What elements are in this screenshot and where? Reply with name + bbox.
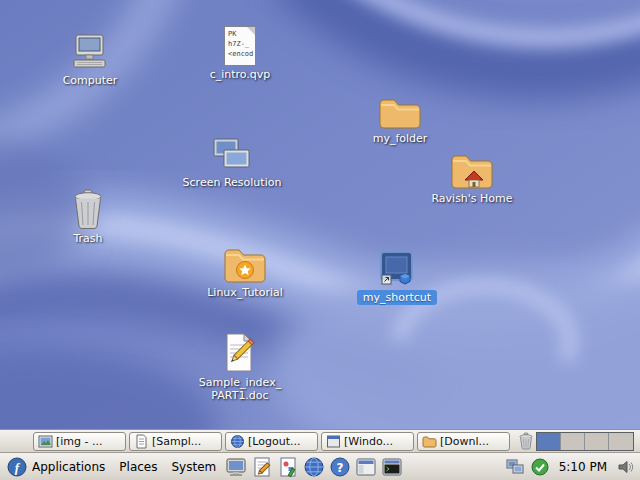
taskbar-window-sample[interactable]: [Sampl...: [129, 432, 222, 451]
icon-label-line2: PART1.doc: [199, 389, 281, 402]
icon-label: c_intro.qvp: [210, 68, 271, 81]
main-menu-panel: f Applications Places System: [0, 452, 640, 480]
writer-launcher[interactable]: [250, 454, 274, 480]
icon-label: Screen Resolution: [183, 176, 282, 189]
home-folder-icon: [450, 144, 494, 190]
fedora-logo-icon: f: [7, 457, 27, 477]
desktop-icon-c-intro[interactable]: PK h7Z-_ <encod c_intro.qvp: [195, 20, 285, 81]
desktop-icon-ravishs-home[interactable]: Ravish's Home: [427, 144, 517, 205]
web-browser-icon: [230, 434, 245, 449]
workspace-2[interactable]: [561, 433, 585, 450]
document-icon: [134, 434, 149, 449]
task-button-label: [Logout...: [248, 435, 300, 448]
desktop-icon-my-folder[interactable]: my_folder: [355, 84, 445, 145]
icon-label: my_folder: [373, 132, 428, 145]
file-preview-line: h7Z-_: [228, 40, 255, 49]
volume-icon[interactable]: [617, 458, 635, 476]
draw-icon: [277, 456, 299, 478]
desktop-icon-computer[interactable]: Computer: [45, 26, 135, 87]
workspace-1[interactable]: [537, 433, 561, 450]
screenshot-icon: [225, 456, 247, 478]
task-button-label: [Sampl...: [152, 435, 201, 448]
task-button-label: [Windo...: [344, 435, 393, 448]
desktop-icon-screen-resolution[interactable]: Screen Resolution: [180, 128, 284, 189]
desktop-icon-linux-tutorial[interactable]: Linux_Tutorial: [200, 238, 290, 299]
update-notifier-icon[interactable]: [531, 458, 549, 476]
applications-menu-label: Applications: [32, 460, 105, 474]
file-manager-launcher[interactable]: [354, 454, 378, 480]
text-file-icon: PK h7Z-_ <encod: [224, 20, 256, 66]
icon-label: Sample_index_ PART1.doc: [199, 376, 281, 402]
folder-small-icon: [422, 434, 437, 449]
icon-label: Trash: [73, 232, 102, 245]
workspace-switcher: [536, 432, 634, 451]
computer-icon: [70, 26, 110, 72]
desktop-icon-my-shortcut[interactable]: my_shortcut: [352, 242, 442, 305]
screenshot-launcher[interactable]: [224, 454, 248, 480]
places-menu[interactable]: Places: [112, 453, 164, 480]
web-browser-launcher[interactable]: [302, 454, 326, 480]
globe-icon: [303, 456, 325, 478]
trash-applet[interactable]: [518, 432, 534, 450]
places-menu-label: Places: [119, 460, 157, 474]
taskbar-window-logout[interactable]: [Logout...: [225, 432, 318, 451]
task-button-label: [img - ...: [56, 435, 103, 448]
display-settings-icon: [211, 128, 253, 174]
window-list-panel: [img - ... [Sampl... [Logout... [Windo..…: [0, 429, 640, 452]
svg-text:?: ?: [337, 460, 344, 474]
icon-label: Linux_Tutorial: [207, 286, 283, 299]
trash-icon: [518, 432, 534, 450]
taskbar-window-downloads[interactable]: [Downl...: [417, 432, 510, 451]
workspace-3[interactable]: [585, 433, 609, 450]
window-icon: [326, 434, 341, 449]
trash-icon: [70, 184, 106, 230]
help-launcher[interactable]: ?: [328, 454, 352, 480]
system-menu-label: System: [171, 460, 216, 474]
file-manager-icon: [355, 456, 377, 478]
terminal-icon: [381, 456, 403, 478]
icon-label: Ravish's Home: [431, 192, 512, 205]
desktop-icon-trash[interactable]: Trash: [43, 184, 133, 245]
notification-area: 5:10 PM: [506, 458, 635, 476]
document-pencil-icon: [220, 328, 260, 374]
folder-icon: [378, 84, 422, 130]
taskbar-window-img[interactable]: [img - ...: [33, 432, 126, 451]
desktop-icon-sample-index-doc[interactable]: Sample_index_ PART1.doc: [195, 328, 285, 402]
terminal-launcher[interactable]: [380, 454, 404, 480]
draw-launcher[interactable]: [276, 454, 300, 480]
task-button-label: [Downl...: [440, 435, 489, 448]
icon-label-line1: Sample_index_: [199, 376, 281, 389]
writer-icon: [251, 456, 273, 478]
system-menu[interactable]: System: [164, 453, 223, 480]
folder-favorites-icon: [223, 238, 267, 284]
clock[interactable]: 5:10 PM: [556, 460, 610, 474]
applications-menu[interactable]: f Applications: [0, 453, 112, 480]
file-preview-line: <encod: [228, 50, 255, 59]
help-icon: ?: [329, 456, 351, 478]
taskbar-window-windo[interactable]: [Windo...: [321, 432, 414, 451]
shortcut-icon: [377, 242, 417, 288]
network-icon[interactable]: [506, 458, 524, 476]
icon-label: my_shortcut: [357, 290, 437, 305]
workspace-4[interactable]: [609, 433, 633, 450]
icon-label: Computer: [63, 74, 118, 87]
desktop[interactable]: Computer PK h7Z-_ <encod c_intro.qvp my_…: [0, 0, 640, 429]
image-viewer-icon: [38, 434, 53, 449]
